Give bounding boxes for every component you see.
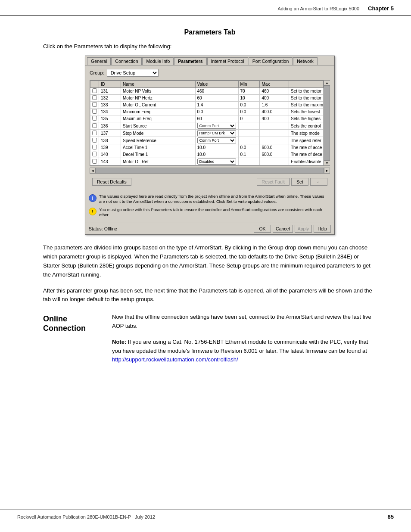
row-id: 133 bbox=[99, 102, 121, 109]
row-value-select[interactable]: Comm Port bbox=[197, 137, 236, 143]
tab-connection[interactable]: Connection bbox=[111, 57, 142, 65]
group-select[interactable]: Drive Setup bbox=[107, 69, 159, 77]
table-row: 135Maximum Freq600400Sets the highes bbox=[90, 115, 324, 122]
reset-defaults-button[interactable]: Reset Defaults bbox=[92, 178, 131, 186]
back-button[interactable]: ← bbox=[310, 178, 327, 186]
tab-port-configuration[interactable]: Port Configuration bbox=[249, 57, 293, 65]
tab-module-info[interactable]: Module Info bbox=[142, 57, 174, 65]
tab-network[interactable]: Network bbox=[293, 57, 318, 65]
th-min: Min bbox=[238, 81, 260, 88]
row-checkbox[interactable] bbox=[92, 123, 97, 128]
row-value: 1.4 bbox=[195, 102, 238, 109]
note-link[interactable]: http://support.rockwellautomation.com/co… bbox=[112, 356, 238, 363]
row-desc: The speed refer bbox=[289, 137, 324, 144]
row-min: 70 bbox=[238, 88, 260, 95]
row-value[interactable]: Comm Port bbox=[195, 137, 238, 144]
row-value[interactable]: Ramp+CM Brk bbox=[195, 130, 238, 137]
table-row: 143Motor OL RetDisabledEnables/disable bbox=[90, 158, 324, 165]
info-box-yellow: ! You must go online with this Parameter… bbox=[89, 207, 331, 218]
row-checkbox[interactable] bbox=[92, 138, 97, 143]
row-min: 10 bbox=[238, 95, 260, 102]
row-desc: Enables/disable bbox=[289, 158, 324, 165]
scroll-track bbox=[324, 86, 330, 160]
row-max bbox=[260, 158, 289, 165]
tab-internet-protocol[interactable]: Internet Protocol bbox=[207, 57, 248, 65]
table-row: 131Motor NP Volts46070460Set to the moto… bbox=[90, 88, 324, 95]
hscroll-left-arrow[interactable]: ◄ bbox=[90, 168, 96, 174]
row-desc: The stop mode bbox=[289, 130, 324, 137]
row-value: 0.0 bbox=[195, 109, 238, 115]
row-id: 136 bbox=[99, 122, 121, 130]
row-value: 10.0 bbox=[195, 151, 238, 158]
row-max bbox=[260, 122, 289, 130]
row-checkbox[interactable] bbox=[92, 95, 97, 100]
reset-fault-button[interactable]: Reset Fault bbox=[257, 178, 290, 186]
row-id: 143 bbox=[99, 158, 121, 165]
row-value[interactable]: Comm Port bbox=[195, 122, 238, 130]
th-max: Max bbox=[260, 81, 289, 88]
vertical-scrollbar[interactable]: ▲ ▼ bbox=[324, 81, 330, 165]
row-name: Stop Mode bbox=[121, 130, 195, 137]
tab-parameters[interactable]: Parameters bbox=[174, 57, 206, 65]
row-desc: Sets the lowest bbox=[289, 109, 324, 115]
footer-publication: Rockwell Automation Publication 280E-UM0… bbox=[17, 514, 155, 520]
section-heading: Parameters Tab bbox=[43, 28, 377, 36]
row-id: 131 bbox=[99, 88, 121, 95]
status-area: Status: Offline bbox=[89, 226, 117, 231]
cancel-button[interactable]: Cancel bbox=[273, 225, 293, 233]
row-id: 138 bbox=[99, 137, 121, 144]
row-name: Minimum Freq bbox=[121, 109, 195, 115]
right-buttons: Reset Fault Set ← bbox=[257, 178, 327, 186]
row-checkbox[interactable] bbox=[92, 109, 97, 114]
ok-button[interactable]: OK bbox=[254, 225, 271, 233]
row-checkbox[interactable] bbox=[92, 102, 97, 107]
scroll-up-arrow[interactable]: ▲ bbox=[324, 81, 330, 86]
row-checkbox[interactable] bbox=[92, 145, 97, 149]
note-bold: Note: bbox=[112, 339, 126, 345]
table-container: ID Name Value Min Max 131Motor NP Volts4… bbox=[90, 81, 324, 165]
set-button[interactable]: Set bbox=[291, 178, 308, 186]
row-min bbox=[238, 137, 260, 144]
tab-general[interactable]: General bbox=[87, 57, 111, 65]
scroll-down-arrow[interactable]: ▼ bbox=[324, 160, 330, 165]
row-checkbox[interactable] bbox=[92, 116, 97, 121]
status-value: Offline bbox=[104, 226, 117, 231]
row-min bbox=[238, 122, 260, 130]
row-max: 600.0 bbox=[260, 151, 289, 158]
header-title: Adding an ArmorStart to RSLogix 5000 bbox=[277, 6, 359, 11]
row-name: Accel Time 1 bbox=[121, 144, 195, 151]
row-checkbox[interactable] bbox=[92, 152, 97, 156]
row-value[interactable]: Disabled bbox=[195, 158, 238, 165]
row-min: 0.1 bbox=[238, 151, 260, 158]
row-desc: Sets the highes bbox=[289, 115, 324, 122]
row-value-select[interactable]: Disabled bbox=[197, 159, 236, 165]
apply-button[interactable]: Apply bbox=[295, 225, 312, 233]
body-para1: The parameters are divided into groups b… bbox=[43, 243, 377, 279]
row-max: 400.0 bbox=[260, 109, 289, 115]
row-desc: Sets the control bbox=[289, 122, 324, 130]
row-min: 0.0 bbox=[238, 102, 260, 109]
row-value: 60 bbox=[195, 95, 238, 102]
info-yellow-text: You must go online with this Parameters … bbox=[99, 207, 331, 218]
row-max: 400 bbox=[260, 95, 289, 102]
row-checkbox[interactable] bbox=[92, 159, 97, 164]
row-checkbox[interactable] bbox=[92, 88, 97, 93]
row-checkbox[interactable] bbox=[92, 131, 97, 135]
row-name: Motor NP Hertz bbox=[121, 95, 195, 102]
row-value-select[interactable]: Ramp+CM Brk bbox=[197, 130, 236, 136]
hscroll-right-arrow[interactable]: ► bbox=[324, 168, 330, 174]
note-text: If you are using a Cat. No. 1756-ENBT Et… bbox=[112, 339, 368, 354]
th-id: ID bbox=[99, 81, 121, 88]
hscroll-track bbox=[96, 168, 324, 174]
row-value-select[interactable]: Comm Port bbox=[197, 123, 236, 129]
row-name: Maximum Freq bbox=[121, 115, 195, 122]
info-icon-blue: i bbox=[89, 194, 97, 202]
intro-text: Click on the Parameters tab to display t… bbox=[43, 43, 377, 50]
row-name: Motor NP Volts bbox=[121, 88, 195, 95]
help-button[interactable]: Help bbox=[314, 225, 331, 233]
info-box-blue: i The values displayed here are read dir… bbox=[89, 194, 331, 205]
row-max: 600.0 bbox=[260, 144, 289, 151]
row-max: 460 bbox=[260, 88, 289, 95]
info-icon-yellow: ! bbox=[89, 208, 97, 215]
row-id: 140 bbox=[99, 151, 121, 158]
